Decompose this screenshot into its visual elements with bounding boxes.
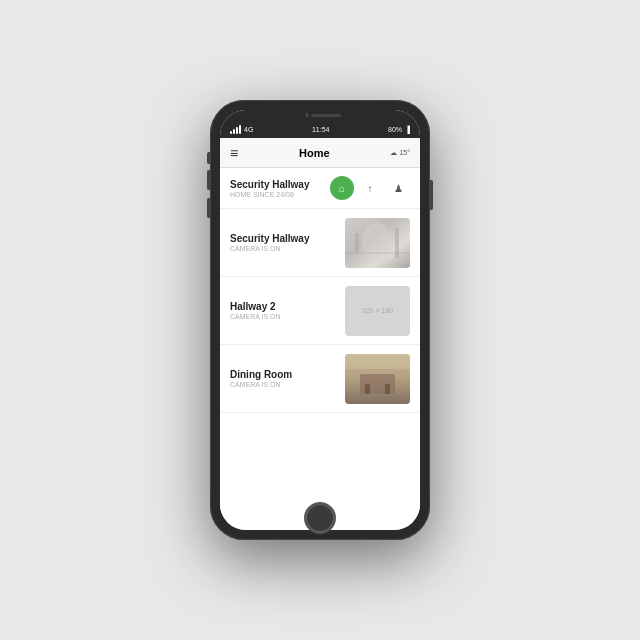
camera-thumbnail-1 <box>345 218 410 268</box>
camera-title-2: Hallway 2 <box>230 301 337 312</box>
svg-rect-2 <box>355 233 359 253</box>
content-area: Security Hallway HOME SINCE 24/08 ⌂ ↑ ♟ <box>220 168 420 530</box>
home-card-info: Security Hallway HOME SINCE 24/08 <box>230 179 309 198</box>
phone-bottom <box>210 496 430 540</box>
speaker <box>311 114 341 117</box>
camera-info-2: Hallway 2 CAMERA IS ON <box>230 301 337 320</box>
share-icon-button[interactable]: ↑ <box>358 176 382 200</box>
home-location-card[interactable]: Security Hallway HOME SINCE 24/08 ⌂ ↑ ♟ <box>220 168 420 209</box>
cloud-icon: ☁ <box>390 149 397 157</box>
home-icon-button[interactable]: ⌂ <box>330 176 354 200</box>
signal-bar-1 <box>230 131 232 134</box>
hallway-thumbnail-svg <box>345 218 410 268</box>
power-button[interactable] <box>430 180 433 210</box>
menu-button[interactable]: ≡ <box>230 146 238 160</box>
status-bar: 4G 11:54 80% ▐ <box>220 120 420 138</box>
battery-label: 80% <box>388 126 402 133</box>
volume-up-button[interactable] <box>207 170 210 190</box>
time-display: 11:54 <box>312 126 330 133</box>
svg-rect-7 <box>365 384 370 394</box>
person-icon-button[interactable]: ♟ <box>386 176 410 200</box>
weather-display: ☁ 15° <box>390 149 410 157</box>
svg-rect-8 <box>385 384 390 394</box>
notch <box>220 110 420 120</box>
mute-button[interactable] <box>207 152 210 164</box>
temperature-label: 15° <box>399 149 410 156</box>
phone-frame: 4G 11:54 80% ▐ ≡ Home ☁ 15° Security Hal… <box>210 100 430 540</box>
camera-item-security-hallway[interactable]: Security Hallway CAMERA IS ON <box>220 209 420 277</box>
home-action-icons: ⌂ ↑ ♟ <box>330 176 410 200</box>
camera-info-3: Dining Room CAMERA IS ON <box>230 369 337 388</box>
signal-bars <box>230 125 241 134</box>
camera-title-3: Dining Room <box>230 369 337 380</box>
placeholder-label-2: 320 × 180 <box>362 307 393 314</box>
share-icon: ↑ <box>368 183 373 194</box>
signal-bar-3 <box>236 127 238 134</box>
camera-item-hallway2[interactable]: Hallway 2 CAMERA IS ON 320 × 180 <box>220 277 420 345</box>
camera-thumbnail-3 <box>345 354 410 404</box>
nav-bar: ≡ Home ☁ 15° <box>220 138 420 168</box>
phone-screen: 4G 11:54 80% ▐ ≡ Home ☁ 15° Security Hal… <box>220 110 420 530</box>
volume-down-button[interactable] <box>207 198 210 218</box>
camera-title-1: Security Hallway <box>230 233 337 244</box>
home-button[interactable] <box>304 502 336 534</box>
camera-item-dining[interactable]: Dining Room CAMERA IS ON <box>220 345 420 413</box>
page-title: Home <box>299 147 330 159</box>
carrier-label: 4G <box>244 126 253 133</box>
svg-rect-9 <box>345 354 410 369</box>
dining-thumbnail-svg <box>345 354 410 404</box>
home-card-subtitle: HOME SINCE 24/08 <box>230 191 309 198</box>
status-left: 4G <box>230 125 253 134</box>
svg-point-1 <box>362 223 392 263</box>
camera-sub-3: CAMERA IS ON <box>230 381 337 388</box>
signal-bar-4 <box>239 125 241 134</box>
status-right: 80% ▐ <box>388 126 410 133</box>
person-icon: ♟ <box>394 183 403 194</box>
camera-sub-2: CAMERA IS ON <box>230 313 337 320</box>
camera-thumbnail-2: 320 × 180 <box>345 286 410 336</box>
battery-icon: ▐ <box>405 126 410 133</box>
home-icon: ⌂ <box>339 183 345 194</box>
camera-sub-1: CAMERA IS ON <box>230 245 337 252</box>
camera-info-1: Security Hallway CAMERA IS ON <box>230 233 337 252</box>
front-camera <box>305 113 309 117</box>
signal-bar-2 <box>233 129 235 134</box>
home-card-title: Security Hallway <box>230 179 309 190</box>
